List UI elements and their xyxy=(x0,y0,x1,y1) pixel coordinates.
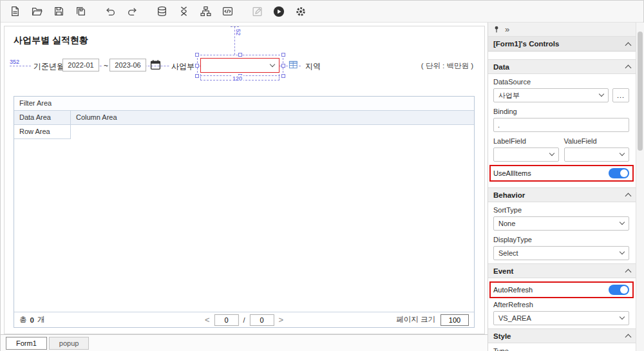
dataset-bind-button[interactable] xyxy=(289,60,298,71)
next-page-button[interactable]: > xyxy=(279,316,284,324)
datasource-select[interactable]: 사업부 xyxy=(493,88,609,102)
selection-handle[interactable] xyxy=(238,53,242,57)
dept-label-control[interactable]: 사업부 xyxy=(169,61,196,72)
selection-handle[interactable] xyxy=(281,74,285,78)
undo-icon xyxy=(105,6,116,17)
run-button[interactable] xyxy=(270,3,288,20)
prev-page-button[interactable]: < xyxy=(205,316,210,324)
current-page-input[interactable] xyxy=(214,314,238,326)
code-button[interactable] xyxy=(218,3,236,20)
labelfield-select[interactable] xyxy=(493,147,559,162)
pivot-row-area-row: Row Area xyxy=(14,125,474,139)
section-event[interactable]: Event xyxy=(488,263,636,278)
region-label-control[interactable]: 지역 xyxy=(303,61,323,72)
form-design-surface[interactable]: 사업부별 실적현황 52 352 기준년월 ~ 사업부 xyxy=(4,26,485,334)
row-area-dropzone[interactable]: Row Area xyxy=(14,125,71,139)
dataset-grid-icon xyxy=(289,60,298,70)
sorttype-select[interactable]: None xyxy=(493,216,629,231)
selection-handle[interactable] xyxy=(195,64,199,68)
date-to-input[interactable] xyxy=(109,59,146,71)
page-separator: / xyxy=(243,316,245,324)
useallitems-label: UseAllItems xyxy=(493,169,531,177)
page-size-input[interactable] xyxy=(440,314,469,326)
save-all-button[interactable] xyxy=(71,3,90,20)
hierarchy-icon xyxy=(200,6,211,17)
pivot-header-row: Data Area Column Area xyxy=(14,111,474,125)
afterrefresh-select[interactable]: VS_AREA xyxy=(493,311,629,325)
calendar-button[interactable] xyxy=(150,59,161,72)
scrollbar-thumb[interactable] xyxy=(638,32,643,151)
save-button[interactable] xyxy=(50,3,68,20)
unit-label-control[interactable]: ( 단위 : 백만원 ) xyxy=(419,61,475,71)
report-title-control[interactable]: 사업부별 실적현황 xyxy=(14,35,88,46)
dept-combobox[interactable] xyxy=(200,58,279,73)
selection-handle[interactable] xyxy=(281,53,285,57)
selection-handle[interactable] xyxy=(281,64,285,68)
edit-button[interactable] xyxy=(248,3,266,20)
measure-top-offset: 52 xyxy=(235,28,242,37)
panel-collapse-button[interactable]: » xyxy=(505,24,509,34)
sorttype-label: SortType xyxy=(493,206,629,214)
section-behavior-body: SortType None DisplayType Select xyxy=(488,202,636,263)
useallitems-toggle[interactable] xyxy=(609,168,629,178)
displaytype-label: DisplayType xyxy=(493,236,629,244)
measure-width-value: 120 xyxy=(231,75,243,82)
pivot-grid-body xyxy=(14,139,474,312)
filter-area-dropzone[interactable]: Filter Area xyxy=(14,97,474,111)
binding-input[interactable] xyxy=(493,118,629,132)
panel-scrollbar[interactable] xyxy=(636,23,644,351)
chevron-up-icon xyxy=(625,42,632,48)
database-icon xyxy=(156,6,167,17)
section-data[interactable]: Data xyxy=(488,59,636,74)
sorttype-value: None xyxy=(498,220,515,227)
datasource-row: 사업부 ... xyxy=(493,88,629,102)
edit-icon xyxy=(252,6,263,17)
relation-button[interactable] xyxy=(175,3,193,20)
displaytype-select[interactable]: Select xyxy=(493,246,629,260)
valuefield-select[interactable] xyxy=(564,147,630,162)
displaytype-value: Select xyxy=(498,249,518,257)
afterrefresh-label: AfterRefresh xyxy=(493,301,629,309)
datasource-label: DataSource xyxy=(493,78,629,86)
tab-popup[interactable]: popup xyxy=(49,337,90,350)
selection-handle[interactable] xyxy=(195,53,199,57)
redo-icon xyxy=(127,6,138,17)
selection-handle[interactable] xyxy=(195,74,199,78)
undo-button[interactable] xyxy=(101,3,119,20)
settings-button[interactable] xyxy=(292,3,310,20)
controls-header-label: [Form1]'s Controls xyxy=(493,40,559,48)
section-behavior[interactable]: Behavior xyxy=(488,187,636,202)
page-size-label: 페이지 크기 xyxy=(396,315,435,325)
data-area-dropzone[interactable]: Data Area xyxy=(14,111,71,124)
datasource-more-button[interactable]: ... xyxy=(612,88,629,102)
open-folder-icon xyxy=(32,6,43,17)
redo-button[interactable] xyxy=(123,3,141,20)
total-pages-input[interactable] xyxy=(250,314,274,326)
autorefresh-row: AutoRefresh xyxy=(493,283,629,296)
total-suffix-label: 개 xyxy=(37,315,45,325)
app-window: 사업부별 실적현황 52 352 기준년월 ~ 사업부 xyxy=(0,0,644,351)
design-area: 사업부별 실적현황 52 352 기준년월 ~ 사업부 xyxy=(1,23,488,351)
measure-left-offset: 352 xyxy=(8,59,21,65)
period-label-control[interactable]: 기준년월 xyxy=(32,61,66,72)
autorefresh-toggle[interactable] xyxy=(609,285,629,295)
new-document-button[interactable] xyxy=(6,3,24,20)
tab-form1[interactable]: Form1 xyxy=(6,337,47,350)
toggle-knob xyxy=(620,169,628,177)
pagination-controls: < / > xyxy=(205,314,283,326)
chevron-up-icon xyxy=(625,269,632,276)
controls-header[interactable]: [Form1]'s Controls xyxy=(488,37,636,52)
hierarchy-button[interactable] xyxy=(196,3,214,20)
section-behavior-title: Behavior xyxy=(493,191,525,199)
pivot-grid-control[interactable]: Filter Area Data Area Column Area Row Ar… xyxy=(14,96,475,328)
autorefresh-label: AutoRefresh xyxy=(493,286,533,294)
section-style[interactable]: Style xyxy=(488,328,636,343)
database-button[interactable] xyxy=(153,3,171,20)
pivot-grid-pager: 총 0 개 < / > 페이지 크기 xyxy=(14,312,474,327)
chevron-down-icon xyxy=(599,91,604,97)
pin-icon[interactable] xyxy=(493,25,500,33)
date-from-input[interactable] xyxy=(62,59,99,71)
code-icon xyxy=(222,6,233,17)
open-folder-button[interactable] xyxy=(28,3,46,20)
column-area-dropzone[interactable]: Column Area xyxy=(71,111,474,124)
